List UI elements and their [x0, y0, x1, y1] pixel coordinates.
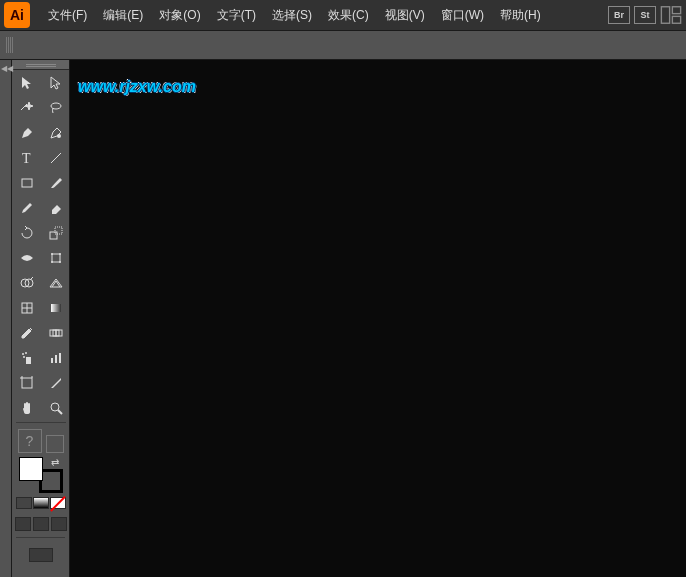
fill-unknown[interactable]: ? [18, 429, 42, 453]
svg-point-4 [57, 134, 61, 138]
shape-builder-tool[interactable] [12, 270, 41, 295]
screen-mode[interactable] [29, 548, 53, 562]
direct-selection-tool[interactable] [41, 70, 70, 95]
hand-tool[interactable] [12, 395, 41, 420]
magic-wand-tool[interactable] [12, 95, 41, 120]
app-logo: Ai [4, 2, 30, 28]
rectangle-tool[interactable] [12, 170, 41, 195]
canvas-area[interactable]: www.rjzxw.com [70, 60, 686, 577]
svg-rect-10 [52, 254, 60, 262]
svg-rect-20 [51, 304, 61, 312]
width-tool[interactable] [12, 245, 41, 270]
svg-rect-7 [22, 179, 32, 187]
arrange-icon[interactable] [660, 6, 682, 24]
stroke-swatch[interactable] [46, 435, 64, 453]
menu-help[interactable]: 帮助(H) [492, 0, 549, 30]
draw-behind[interactable] [33, 517, 49, 531]
svg-point-35 [51, 403, 59, 411]
line-tool[interactable] [41, 145, 70, 170]
svg-point-25 [22, 353, 24, 355]
rotate-tool[interactable] [12, 220, 41, 245]
menu-window[interactable]: 窗口(W) [433, 0, 492, 30]
selection-tool[interactable] [12, 70, 41, 95]
perspective-grid-tool[interactable] [41, 270, 70, 295]
color-mode-solid[interactable] [16, 497, 32, 509]
swap-colors-icon[interactable]: ⇄ [51, 457, 59, 468]
svg-rect-29 [55, 355, 57, 363]
svg-rect-0 [661, 7, 669, 24]
svg-line-36 [58, 410, 62, 414]
svg-rect-30 [59, 353, 61, 363]
svg-rect-2 [672, 16, 680, 23]
slice-tool[interactable] [41, 370, 70, 395]
type-tool[interactable]: T [12, 145, 41, 170]
blend-tool[interactable] [41, 320, 70, 345]
options-bar [0, 30, 686, 60]
scale-tool[interactable] [41, 220, 70, 245]
menu-object[interactable]: 对象(O) [151, 0, 208, 30]
fill-color[interactable] [19, 457, 43, 481]
menu-view[interactable]: 视图(V) [377, 0, 433, 30]
tools-panel: T ? [12, 60, 70, 577]
svg-point-27 [23, 356, 25, 358]
stock-icon[interactable]: St [634, 6, 656, 24]
svg-rect-9 [55, 227, 62, 234]
color-mode-gradient[interactable] [33, 497, 49, 509]
fill-stroke-control[interactable]: ⇄ [19, 457, 63, 493]
svg-rect-1 [672, 7, 680, 14]
svg-text:T: T [22, 151, 31, 166]
pencil-tool[interactable] [12, 195, 41, 220]
svg-rect-8 [50, 232, 57, 239]
svg-rect-24 [26, 357, 31, 364]
svg-point-14 [59, 261, 61, 263]
symbol-sprayer-tool[interactable] [12, 345, 41, 370]
svg-point-11 [51, 253, 53, 255]
eyedropper-tool[interactable] [12, 320, 41, 345]
pen-tool[interactable] [12, 120, 41, 145]
svg-point-26 [25, 352, 27, 354]
lasso-tool[interactable] [41, 95, 70, 120]
menu-file[interactable]: 文件(F) [40, 0, 95, 30]
curvature-tool[interactable] [41, 120, 70, 145]
svg-point-13 [51, 261, 53, 263]
watermark-text: www.rjzxw.com [78, 78, 196, 96]
svg-rect-28 [51, 358, 53, 363]
color-section: ? ⇄ [12, 425, 69, 566]
menu-type[interactable]: 文字(T) [209, 0, 264, 30]
artboard-tool[interactable] [12, 370, 41, 395]
menu-edit[interactable]: 编辑(E) [95, 0, 151, 30]
paintbrush-tool[interactable] [41, 170, 70, 195]
free-transform-tool[interactable] [41, 245, 70, 270]
menubar: Ai 文件(F) 编辑(E) 对象(O) 文字(T) 选择(S) 效果(C) 视… [0, 0, 686, 30]
draw-normal[interactable] [15, 517, 31, 531]
options-grip[interactable] [6, 37, 14, 53]
eraser-tool[interactable] [41, 195, 70, 220]
svg-rect-31 [22, 378, 32, 388]
mesh-tool[interactable] [12, 295, 41, 320]
color-mode-none[interactable] [50, 497, 66, 509]
bridge-icon[interactable]: Br [608, 6, 630, 24]
svg-point-12 [59, 253, 61, 255]
zoom-tool[interactable] [41, 395, 70, 420]
gradient-tool[interactable] [41, 295, 70, 320]
panel-collapse-strip[interactable]: ◀◀ [0, 60, 12, 577]
tools-header[interactable] [12, 60, 69, 70]
column-graph-tool[interactable] [41, 345, 70, 370]
svg-line-6 [51, 153, 61, 163]
menu-select[interactable]: 选择(S) [264, 0, 320, 30]
draw-inside[interactable] [51, 517, 67, 531]
menu-effect[interactable]: 效果(C) [320, 0, 377, 30]
